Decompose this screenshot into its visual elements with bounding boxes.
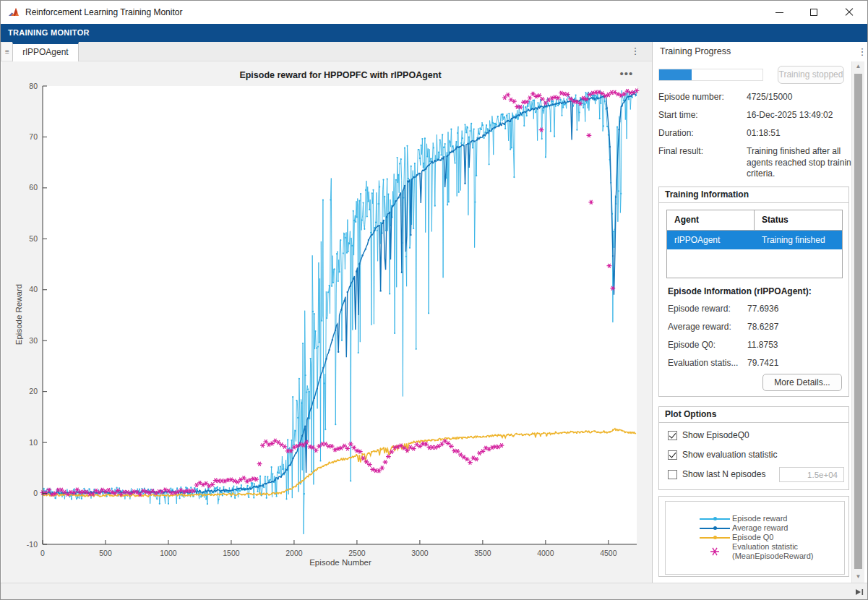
y-axis-label: Episode Reward [14, 242, 23, 387]
average-reward-marker [713, 526, 717, 530]
y-tick-label: 40 [29, 285, 38, 293]
field-value: 4725/15000 [747, 92, 856, 103]
minimize-button[interactable] [762, 1, 796, 24]
training-stopped-button[interactable]: Training stopped [778, 66, 844, 84]
panel-options-button[interactable]: ⋮ [856, 45, 868, 59]
toolstrip-ribbon: TRAINING MONITOR [1, 24, 867, 42]
y-tick-label: -10 [27, 540, 38, 549]
tab-label: rlPPOAgent [22, 47, 68, 57]
y-tick-label: 10 [29, 438, 38, 447]
scroll-up-arrow-icon[interactable]: ▲ [852, 63, 864, 69]
reward-chart-panel: Episode reward for HPPOPFC with rlPPOAge… [1, 61, 652, 583]
field-label: Episode reward: [668, 304, 749, 314]
progress-fill [659, 69, 692, 80]
window-title: Reinforcement Learning Training Monitor [25, 1, 182, 24]
agent-cell: rlPPOAgent [667, 231, 755, 249]
x-tick-label: 4000 [537, 549, 554, 557]
show-episodeq0-option[interactable]: Show EpisodeQ0 [668, 429, 749, 441]
y-tick-label: 30 [29, 336, 38, 345]
table-row[interactable]: rlPPOAgent Training finished [667, 231, 842, 249]
n-episodes-input[interactable] [779, 467, 844, 482]
table-header-row: Agent Status [667, 210, 842, 231]
y-tick-label: 50 [29, 234, 38, 243]
training-progress-header: Training Progress ⋮ [653, 42, 868, 61]
field-value: 16-Dec-2025 13:49:02 [747, 110, 856, 121]
training-progress-title: Training Progress [660, 42, 731, 61]
field-label: Duration: [658, 128, 744, 138]
maximize-button[interactable] [796, 1, 830, 24]
field-value: 78.6287 [747, 322, 778, 332]
chart-legend: Episode reward Average reward Episode Q0 [665, 501, 845, 575]
legend-label: Episode reward [732, 514, 787, 523]
show-last-n-option[interactable]: Show last N episodes [668, 468, 765, 480]
document-list-button[interactable]: ≡ [2, 43, 13, 61]
training-information-title: Training Information [659, 187, 848, 203]
field-label: Episode Q0: [668, 340, 749, 350]
scrollbar-thumb[interactable] [854, 74, 862, 569]
x-axis-label: Episode Number [43, 558, 637, 567]
field-value: 77.6936 [747, 304, 778, 314]
dock-right-icon[interactable] [854, 587, 864, 597]
more-details-button[interactable]: More Details... [762, 374, 842, 391]
tab-rlppoagent[interactable]: rlPPOAgent [12, 42, 79, 61]
scroll-down-arrow-icon[interactable]: ▼ [852, 573, 864, 580]
vertical-dots-icon: ⋮ [858, 46, 867, 57]
training-information-section: Training Information Agent Status rlPPOA… [658, 187, 849, 397]
y-tick-label: 80 [29, 82, 38, 90]
x-tick-label: 3000 [411, 549, 429, 557]
legend-label: Average reward [732, 523, 788, 533]
matlab-logo-icon [8, 7, 20, 18]
field-value: Training finished after all agents reach… [747, 146, 856, 180]
field-value: 11.8753 [747, 340, 778, 350]
chart-title: Episode reward for HPPOPFC with rlPPOAge… [43, 70, 637, 80]
x-tick-label: 500 [99, 549, 112, 557]
reward-plot: 050010001500200025003000350040004500-100… [1, 61, 652, 583]
evaluation-asterisk-marker [700, 542, 730, 561]
hamburger-icon: ≡ [5, 48, 9, 56]
field-label: Average reward: [668, 322, 749, 332]
field-label: Start time: [658, 110, 744, 120]
x-tick-label: 1500 [223, 549, 240, 557]
plot-options-section: Plot Options Show EpisodeQ0 Show evaluat… [658, 406, 849, 490]
ellipsis-icon: ••• [620, 67, 634, 80]
status-column-header: Status [755, 210, 842, 230]
x-tick-label: 4500 [600, 549, 617, 557]
show-last-n-checkbox[interactable] [668, 470, 677, 479]
x-tick-label: 0 [40, 549, 45, 557]
checkbox-label: Show evaluation statistic [682, 450, 777, 460]
minimize-icon [775, 12, 783, 13]
document-tab-strip: ≡ rlPPOAgent ⋮ [1, 42, 652, 61]
x-tick-label: 2000 [285, 549, 303, 557]
episode-q0-marker [713, 536, 717, 539]
close-button[interactable] [832, 1, 866, 24]
field-label: Episode number: [658, 92, 744, 102]
axes-options-button[interactable]: ••• [616, 69, 637, 80]
legend-label-line1: Evaluation statistic [732, 542, 798, 552]
y-tick-label: 70 [29, 132, 38, 141]
training-progress-panel: Training stopped Episode number: 4725/15… [653, 61, 851, 583]
legend-section: Episode reward Average reward Episode Q0 [658, 496, 849, 577]
checkbox-label: Show EpisodeQ0 [682, 430, 749, 440]
show-evaluation-option[interactable]: Show evaluation statistic [668, 449, 777, 460]
x-tick-label: 2500 [348, 549, 366, 557]
training-progress-bar [658, 69, 763, 81]
legend-label-line2: (MeanEpisodeReward) [732, 552, 814, 561]
vertical-dots-icon: ⋮ [631, 46, 640, 56]
legend-label: Episode Q0 [732, 533, 773, 542]
x-tick-label: 3500 [474, 549, 491, 557]
panel-scrollbar[interactable]: ▲ ▼ [851, 61, 864, 583]
field-value: 79.7421 [747, 358, 778, 368]
agent-column-header: Agent [667, 210, 755, 230]
field-value: 01:18:51 [747, 128, 856, 140]
y-tick-label: 20 [29, 387, 38, 395]
tab-options-button[interactable]: ⋮ [628, 44, 643, 59]
checkbox-label: Show last N episodes [682, 469, 765, 479]
show-evaluation-checkbox[interactable] [668, 450, 677, 460]
show-episodeq0-checkbox[interactable] [668, 431, 677, 440]
toolstrip-tab-label[interactable]: TRAINING MONITOR [1, 24, 867, 42]
app-window: Reinforcement Learning Training Monitor … [0, 0, 868, 600]
x-tick-label: 1000 [160, 549, 177, 557]
title-bar: Reinforcement Learning Training Monitor [1, 1, 867, 24]
episode-reward-marker [713, 517, 717, 520]
field-label: Final result: [658, 146, 744, 156]
